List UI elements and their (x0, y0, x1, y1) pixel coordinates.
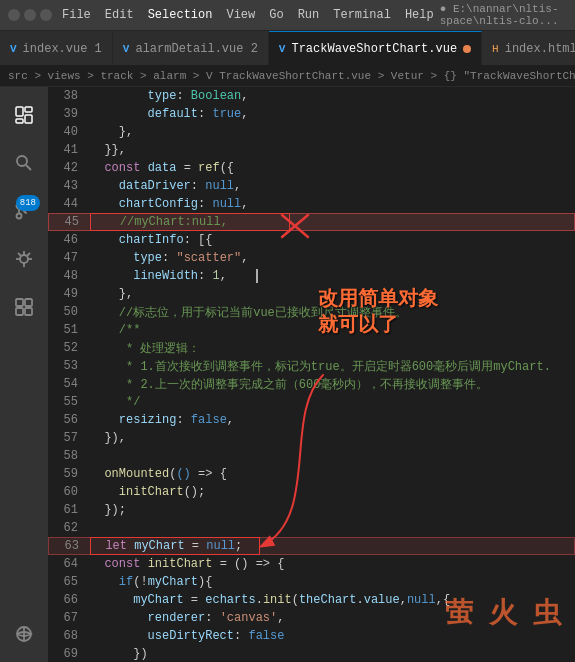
token: , (234, 179, 241, 193)
token: => { (191, 467, 227, 481)
menu-item-view[interactable]: View (226, 8, 255, 22)
line-number: 47 (48, 251, 86, 265)
line-content: */ (86, 395, 575, 409)
svg-rect-21 (16, 308, 23, 315)
token: : (205, 611, 219, 625)
line-number: 55 (48, 395, 86, 409)
token (90, 413, 119, 427)
line-content: useDirtyRect: false (86, 629, 575, 643)
line-number: 65 (48, 575, 86, 589)
token: init (263, 593, 292, 607)
line-number: 48 (48, 269, 86, 283)
line-content: /** (86, 323, 575, 337)
code-line: 60 initChart(); (48, 483, 575, 501)
menu-item-edit[interactable]: Edit (105, 8, 134, 22)
svg-point-4 (17, 156, 27, 166)
tab-index[interactable]: Vindex.vue 1 (0, 31, 113, 65)
code-line: 68 useDirtyRect: false (48, 627, 575, 645)
menu-item-help[interactable]: Help (405, 8, 434, 22)
code-line: 50 //标志位，用于标记当前vue已接收到尺寸调整事件。 (48, 303, 575, 321)
token: : (176, 89, 190, 103)
line-content: //标志位，用于标记当前vue已接收到尺寸调整事件。 (86, 304, 575, 321)
token: 1 (212, 269, 219, 283)
code-line: 42 const data = ref({ (48, 159, 575, 177)
activity-explorer[interactable] (4, 95, 44, 135)
code-line: 38 type: Boolean, (48, 87, 575, 105)
line-number: 45 (49, 215, 87, 229)
line-number: 58 (48, 449, 86, 463)
activity-remote[interactable] (4, 614, 44, 654)
token: , (400, 593, 407, 607)
line-content: //myChart:null, (87, 215, 574, 229)
line-content: resizing: false, (86, 413, 575, 427)
token: type (148, 89, 177, 103)
line-content: * 处理逻辑： (86, 340, 575, 357)
token: () (176, 467, 190, 481)
line-number: 53 (48, 359, 86, 373)
svg-line-5 (26, 165, 31, 170)
token: null (205, 179, 234, 193)
tab-alarm[interactable]: ValarmDetail.vue 2 (113, 31, 269, 65)
token: ; (235, 539, 242, 553)
code-line: 61 }); (48, 501, 575, 519)
menu-item-go[interactable]: Go (269, 8, 283, 22)
token: renderer (148, 611, 206, 625)
svg-rect-2 (25, 115, 32, 123)
line-content: }); (86, 503, 575, 517)
token: initChart (119, 485, 184, 499)
menu-item-terminal[interactable]: Terminal (333, 8, 391, 22)
token (90, 593, 133, 607)
activity-debug[interactable] (4, 239, 44, 279)
line-content: chartConfig: null, (86, 197, 575, 211)
code-editor[interactable]: 38 type: Boolean,39 default: true,40 },4… (48, 87, 575, 662)
token: (); (184, 485, 206, 499)
token: : (234, 629, 248, 643)
line-content: renderer: 'canvas', (86, 611, 575, 625)
menu-item-file[interactable]: File (62, 8, 91, 22)
menu-item-run[interactable]: Run (298, 8, 320, 22)
token: onMounted (104, 467, 169, 481)
token: }), (104, 431, 126, 445)
tab-label: index.html (505, 42, 575, 56)
tab-track[interactable]: VTrackWaveShortChart.vue (269, 31, 482, 65)
line-number: 64 (48, 557, 86, 571)
token (90, 503, 104, 517)
code-line: 58 (48, 447, 575, 465)
line-content: onMounted(() => { (86, 467, 575, 481)
line-number: 66 (48, 593, 86, 607)
svg-point-8 (17, 214, 22, 219)
token: : (198, 197, 212, 211)
token (90, 342, 126, 356)
token: theChart (299, 593, 357, 607)
code-line: 44 chartConfig: null, (48, 195, 575, 213)
token: ({ (220, 161, 234, 175)
token: * 2.上一次的调整事完成之前（600毫秒内），不再接收调整事件。 (126, 378, 488, 392)
token: value (364, 593, 400, 607)
line-content: const initChart = () => { (86, 557, 575, 571)
tab-html[interactable]: Hindex.html (482, 31, 575, 65)
activity-git[interactable]: 818 (4, 191, 44, 231)
menu-item-selection[interactable]: Selection (148, 8, 213, 22)
code-line: 62 (48, 519, 575, 537)
tab-icon: H (492, 43, 499, 55)
main-layout: 818 (0, 87, 575, 662)
token (140, 161, 147, 175)
token: : (162, 251, 176, 265)
git-badge: 818 (16, 195, 40, 211)
code-line: 54 * 2.上一次的调整事完成之前（600毫秒内），不再接收调整事件。 (48, 375, 575, 393)
activity-search[interactable] (4, 143, 44, 183)
line-number: 44 (48, 197, 86, 211)
token: (! (133, 575, 147, 589)
code-line: 64 const initChart = () => { (48, 555, 575, 573)
token: }, (119, 287, 133, 301)
token: , (277, 611, 284, 625)
token (90, 611, 148, 625)
token: const (104, 557, 140, 571)
code-line: 53 * 1.首次接收到调整事件，标记为true。开启定时器600毫秒后调用my… (48, 357, 575, 375)
token: false (248, 629, 284, 643)
token (90, 269, 133, 283)
line-number: 38 (48, 89, 86, 103)
window-dot (24, 9, 36, 21)
activity-extensions[interactable] (4, 287, 44, 327)
token: //标志位，用于标记当前vue已接收到尺寸调整事件。 (119, 306, 407, 320)
